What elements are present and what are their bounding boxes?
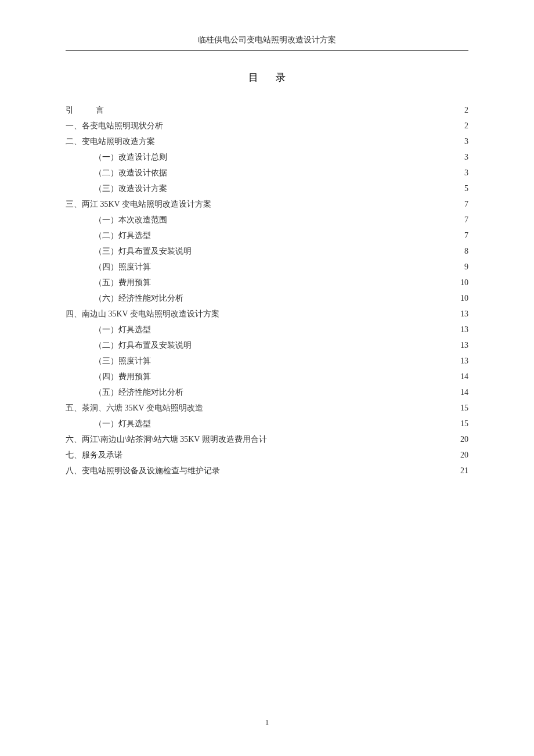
toc-entry-page: 2 [464,106,468,114]
toc-entry: 八、变电站照明设备及设施检查与维护记录21 [66,467,468,475]
toc-entry-label: 四、南边山 35KV 变电站照明改造设计方案 [66,310,219,318]
toc-entry-label: （一）灯具选型 [66,420,151,428]
toc-entry-page: 2 [464,122,468,130]
toc-entry-page: 13 [460,357,468,365]
toc-entry-page: 9 [464,263,468,271]
toc-entry-page: 10 [460,279,468,287]
toc-entry-page: 3 [464,153,468,161]
toc-entry-label: （一）本次改造范围 [66,216,167,224]
toc-entry-label: （四）照度计算 [66,263,151,271]
toc-entry-label: （一）灯具选型 [66,326,151,334]
toc-entry-page: 8 [464,247,468,255]
toc-entry-label: （六）经济性能对比分析 [66,294,183,303]
toc-entry-label: （五）费用预算 [66,279,151,287]
toc-entry: 五、茶洞、六塘 35KV 变电站照明改造15 [66,404,468,412]
toc-entry: 引 言2 [66,106,468,114]
toc-entry-page: 13 [460,341,468,350]
toc-entry: 二、变电站照明改造方案3 [66,138,468,146]
toc-entry-label: （二）改造设计依据 [66,169,167,177]
toc-entry: （五）经济性能对比分析14 [66,388,468,397]
toc-entry-label: （二）灯具布置及安装说明 [66,341,192,350]
toc-entry-label: 引 言 [66,106,104,114]
toc-entry-page: 13 [460,310,468,318]
toc-entry: （一）本次改造范围7 [66,216,468,224]
toc-entry-label: （三）照度计算 [66,357,151,365]
toc-entry: （二）灯具布置及安装说明13 [66,341,468,350]
toc-entry-page: 10 [460,294,468,303]
toc-entry-label: （三）改造设计方案 [66,185,167,193]
toc-entry-page: 20 [460,435,468,444]
toc-entry-page: 14 [460,388,468,397]
page-header: 临桂供电公司变电站照明改造设计方案 [66,35,468,51]
toc-entry-page: 7 [464,216,468,224]
toc-entry-label: （五）经济性能对比分析 [66,388,183,397]
toc-entry: （四）照度计算9 [66,263,468,271]
toc-entry: 四、南边山 35KV 变电站照明改造设计方案13 [66,310,468,318]
toc-entry: （四）费用预算14 [66,373,468,381]
toc-entry-page: 3 [464,138,468,146]
toc-entry-label: （一）改造设计总则 [66,153,167,161]
toc-entry-page: 20 [460,451,468,459]
toc-entry-label: （二）灯具选型 [66,232,151,240]
toc-entry-page: 3 [464,169,468,177]
table-of-contents: 引 言2一、各变电站照明现状分析2二、变电站照明改造方案3（一）改造设计总则3（… [66,106,468,475]
toc-entry-label: 三、两江 35KV 变电站照明改造设计方案 [66,200,211,208]
toc-entry: （三）照度计算13 [66,357,468,365]
toc-entry: （三）灯具布置及安装说明8 [66,247,468,255]
toc-entry: 六、两江\南边山\站茶洞\站六塘 35KV 照明改造费用合计20 [66,435,468,444]
toc-entry-label: 一、各变电站照明现状分析 [66,122,163,130]
document-page: 临桂供电公司变电站照明改造设计方案 目录 引 言2一、各变电站照明现状分析2二、… [0,0,534,475]
toc-entry: （一）改造设计总则3 [66,153,468,161]
toc-entry: （六）经济性能对比分析10 [66,294,468,303]
toc-entry-label: （三）灯具布置及安装说明 [66,247,192,255]
toc-entry-label: 二、变电站照明改造方案 [66,138,155,146]
toc-entry-page: 15 [460,420,468,428]
toc-title: 目录 [66,71,468,84]
toc-entry-page: 7 [464,232,468,240]
toc-entry-page: 7 [464,200,468,208]
toc-entry-label: （四）费用预算 [66,373,151,381]
toc-entry-label: 六、两江\南边山\站茶洞\站六塘 35KV 照明改造费用合计 [66,435,267,444]
toc-entry: （二）灯具选型7 [66,232,468,240]
toc-entry: 三、两江 35KV 变电站照明改造设计方案7 [66,200,468,208]
toc-entry-label: 八、变电站照明设备及设施检查与维护记录 [66,467,220,475]
toc-entry: 七、服务及承诺20 [66,451,468,459]
toc-entry-label: 七、服务及承诺 [66,451,122,459]
toc-entry-page: 21 [460,467,468,475]
toc-entry-page: 13 [460,326,468,334]
toc-entry: （一）灯具选型13 [66,326,468,334]
toc-entry-page: 15 [460,404,468,412]
toc-entry-page: 14 [460,373,468,381]
toc-entry: （三）改造设计方案5 [66,185,468,193]
toc-entry: （五）费用预算10 [66,279,468,287]
toc-entry: （一）灯具选型15 [66,420,468,428]
toc-entry: （二）改造设计依据3 [66,169,468,177]
toc-entry: 一、各变电站照明现状分析2 [66,122,468,130]
page-number: 1 [0,718,534,727]
toc-entry-page: 5 [464,185,468,193]
toc-entry-label: 五、茶洞、六塘 35KV 变电站照明改造 [66,404,203,412]
